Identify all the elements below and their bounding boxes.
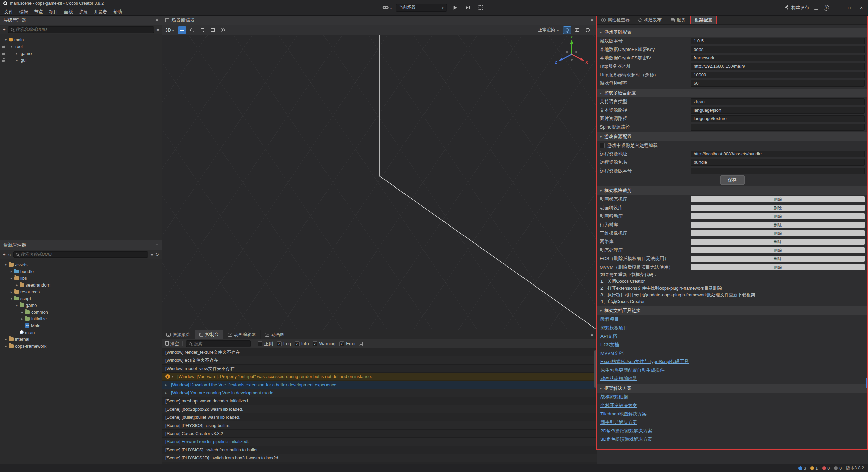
package-icon[interactable] bbox=[814, 6, 818, 10]
link-ECS文档[interactable]: ECS文档 bbox=[600, 340, 619, 349]
camera-settings-button[interactable] bbox=[573, 26, 581, 34]
menu-item-开发者[interactable]: 开发者 bbox=[91, 8, 110, 16]
input-游戏每秒帧率[interactable] bbox=[691, 80, 865, 87]
save-button[interactable]: 保存 bbox=[720, 175, 745, 185]
delete-button[interactable]: 删除 bbox=[691, 213, 865, 219]
section-header[interactable]: ▾框架文档工具链接 bbox=[597, 306, 868, 315]
delete-button[interactable]: 删除 bbox=[691, 264, 865, 270]
open-preview-button[interactable] bbox=[476, 4, 485, 12]
refresh-assets-icon[interactable] bbox=[155, 251, 159, 257]
error-count[interactable]: 0 bbox=[822, 466, 830, 471]
log-row[interactable]: [Window] ecs文件夹不存在 bbox=[162, 356, 597, 365]
log-row[interactable]: [Scene] [box2d]:box2d wasm lib loaded. bbox=[162, 405, 597, 413]
scale-tool-button[interactable] bbox=[198, 26, 207, 34]
extra-count[interactable]: 0 bbox=[834, 466, 842, 471]
log-row[interactable]: ▸[Window] You are running Vue in develop… bbox=[162, 389, 597, 397]
chevron-down-icon[interactable]: ▾ bbox=[14, 303, 19, 307]
tab-属性检查器[interactable]: 属性检查器 bbox=[597, 16, 634, 24]
assets-filter-icon[interactable] bbox=[151, 251, 153, 257]
tab-控制台[interactable]: 控制台 bbox=[195, 330, 223, 339]
input-本地数据CryptoES加密Key[interactable] bbox=[691, 46, 865, 53]
preview-platform-button[interactable] bbox=[383, 5, 392, 11]
hierarchy-filter-icon[interactable] bbox=[156, 26, 159, 33]
gizmo-space-button[interactable] bbox=[219, 26, 227, 34]
log-row[interactable]: [Scene] [PHYSICS2D]: switch from box2d-w… bbox=[162, 454, 597, 462]
chevron-down-icon[interactable]: ▾ bbox=[600, 309, 602, 313]
chevron-right-icon[interactable]: ▸ bbox=[165, 383, 169, 387]
input-Spine资源路径[interactable] bbox=[691, 124, 865, 131]
log-row[interactable]: [Scene] meshopt wasm decoder initialized bbox=[162, 397, 597, 405]
menu-item-扩展[interactable]: 扩展 bbox=[76, 8, 91, 16]
delete-button[interactable]: 删除 bbox=[691, 239, 865, 245]
chevron-right-icon[interactable]: ▸ bbox=[165, 391, 169, 395]
tab-动画图[interactable]: 动画图 bbox=[261, 330, 289, 339]
section-header[interactable]: ▾框架模块裁剪 bbox=[597, 186, 868, 195]
menu-item-帮助[interactable]: 帮助 bbox=[110, 8, 125, 16]
step-button[interactable] bbox=[463, 4, 472, 12]
link-Tiledmap地图解决方案[interactable]: Tiledmap地图解决方案 bbox=[600, 410, 647, 418]
chevron-right-icon[interactable]: ▸ bbox=[14, 283, 19, 287]
warning-count[interactable]: 1 bbox=[810, 466, 818, 471]
menu-item-项目[interactable]: 项目 bbox=[46, 8, 61, 16]
chevron-down-icon[interactable]: ▾ bbox=[600, 91, 602, 95]
input-文本资源路径[interactable] bbox=[691, 107, 865, 114]
chevron-right-icon[interactable]: ▸ bbox=[14, 58, 19, 62]
panel-menu-icon[interactable] bbox=[156, 18, 158, 23]
asset-node-game[interactable]: ▾game bbox=[0, 302, 162, 309]
hierarchy-node-root[interactable]: ▾root bbox=[0, 43, 162, 50]
asset-node-script[interactable]: ▾script bbox=[0, 295, 162, 302]
hierarchy-search-input[interactable] bbox=[16, 27, 152, 32]
menu-item-面板[interactable]: 面板 bbox=[61, 8, 76, 16]
export-log-icon[interactable] bbox=[359, 342, 363, 346]
help-icon[interactable]: ? bbox=[824, 5, 829, 11]
input-Http服务器地址[interactable] bbox=[691, 63, 865, 70]
chevron-right-icon[interactable]: ▸ bbox=[20, 310, 25, 314]
filter-正则[interactable]: 正则 bbox=[258, 341, 273, 347]
scene-light-toggle[interactable] bbox=[563, 26, 571, 34]
input-Http服务器请求超时（毫秒）[interactable] bbox=[691, 72, 865, 78]
tab-构建发布[interactable]: 构建发布 bbox=[634, 16, 666, 24]
chevron-down-icon[interactable]: ▾ bbox=[9, 45, 14, 48]
chevron-right-icon[interactable]: ▸ bbox=[172, 375, 175, 378]
tab-资源预览[interactable]: 资源预览 bbox=[162, 330, 195, 339]
chevron-right-icon[interactable]: ▸ bbox=[20, 317, 25, 321]
delete-button[interactable]: 删除 bbox=[691, 230, 865, 236]
chevron-right-icon[interactable]: ▸ bbox=[9, 270, 14, 273]
chevron-right-icon[interactable]: ▸ bbox=[14, 52, 19, 55]
asset-node-libs[interactable]: ▸libs bbox=[0, 275, 162, 281]
clear-console-button[interactable]: 清空 bbox=[165, 341, 179, 347]
orientation-gizmo[interactable]: Y X Z bbox=[551, 35, 592, 69]
link-战棋游戏框架[interactable]: 战棋游戏框架 bbox=[600, 393, 628, 401]
info-count[interactable]: 3 bbox=[798, 466, 806, 471]
move-tool-button[interactable] bbox=[178, 26, 186, 34]
minimize-button[interactable] bbox=[834, 5, 841, 11]
tab-动画编辑器[interactable]: 动画编辑器 bbox=[223, 330, 261, 339]
play-button[interactable] bbox=[451, 4, 459, 12]
log-row[interactable]: [Scene] Cocos Creator v3.8.2 bbox=[162, 430, 597, 438]
checkbox-icon[interactable] bbox=[600, 143, 605, 148]
chevron-right-icon[interactable]: ▸ bbox=[3, 337, 8, 341]
asset-node-resources[interactable]: ▸resources bbox=[0, 288, 162, 295]
log-row[interactable]: [Window] model_view文件夹不存在 bbox=[162, 365, 597, 373]
add-node-button[interactable] bbox=[3, 26, 6, 33]
section-header[interactable]: ▾框架解决方案 bbox=[597, 384, 868, 393]
section-header[interactable]: ▾游戏基础配置 bbox=[597, 28, 868, 37]
link-动画状态机编辑器[interactable]: 动画状态机编辑器 bbox=[600, 374, 637, 383]
asset-node-bundle[interactable]: ▸bundle bbox=[0, 268, 162, 275]
menu-item-编辑[interactable]: 编辑 bbox=[16, 8, 31, 16]
rotate-tool-button[interactable] bbox=[188, 26, 197, 34]
console-search-input[interactable] bbox=[194, 341, 249, 346]
link-教程项目[interactable]: 教程项目 bbox=[600, 315, 619, 323]
link-2D角色扮演游戏解决方案[interactable]: 2D角色扮演游戏解决方案 bbox=[600, 427, 652, 435]
log-row[interactable]: [Window] render_texture文件夹不存在 bbox=[162, 348, 597, 356]
chevron-down-icon[interactable]: ▾ bbox=[9, 297, 14, 300]
maximize-button[interactable] bbox=[846, 5, 853, 11]
tab-框架配置[interactable]: 框架配置 bbox=[690, 16, 717, 24]
log-row[interactable]: ▸[Window] Download the Vue Devtools exte… bbox=[162, 381, 597, 389]
menu-item-节点[interactable]: 节点 bbox=[31, 8, 46, 16]
panel-menu-icon[interactable] bbox=[591, 18, 593, 23]
hierarchy-node-game[interactable]: ▸game bbox=[0, 50, 162, 57]
asset-node-common[interactable]: ▸common bbox=[0, 309, 162, 315]
chevron-down-icon[interactable]: ▾ bbox=[600, 31, 602, 34]
assets-search-input[interactable] bbox=[21, 252, 145, 257]
